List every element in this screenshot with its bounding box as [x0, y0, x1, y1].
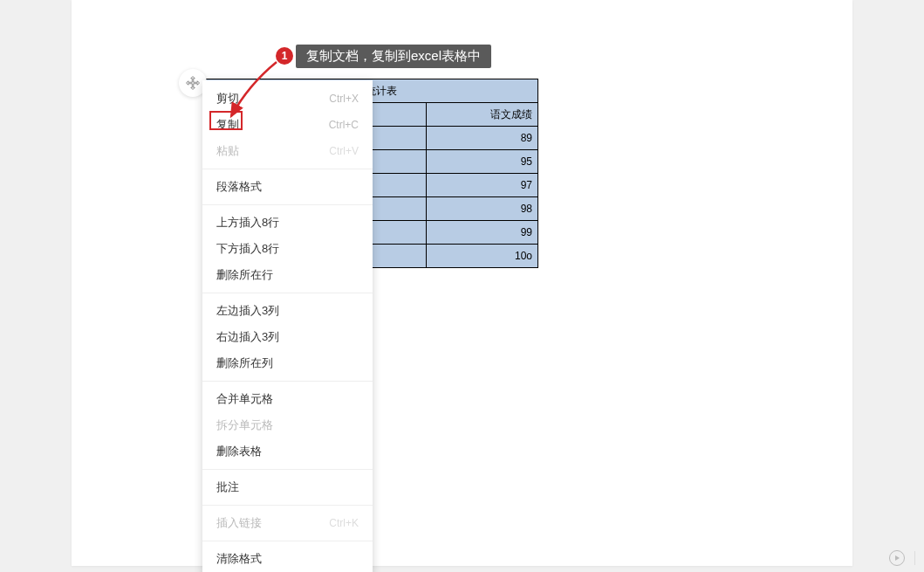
score-cell: 89 — [427, 127, 538, 150]
menu-item-split-cells[interactable]: 拆分单元格 — [202, 412, 373, 438]
score-cell: 10o — [427, 245, 538, 268]
menu-item-delete-row[interactable]: 删除所在行 — [202, 262, 373, 288]
menu-label: 剪切 — [216, 91, 239, 107]
menu-item-copy[interactable]: 复制 Ctrl+C — [202, 112, 373, 138]
menu-label: 删除所在行 — [216, 267, 273, 283]
move-icon — [185, 75, 201, 91]
menu-label: 右边插入3列 — [216, 329, 279, 345]
play-icon[interactable] — [889, 550, 905, 566]
column-header: 语文成绩 — [427, 103, 538, 127]
menu-label: 复制 — [216, 117, 239, 133]
menu-item-delete-col[interactable]: 删除所在列 — [202, 350, 373, 376]
menu-divider — [202, 381, 373, 382]
menu-item-insert-rows-above[interactable]: 上方插入8行 — [202, 210, 373, 236]
menu-item-insert-rows-below[interactable]: 下方插入8行 — [202, 236, 373, 262]
menu-divider — [202, 169, 373, 169]
menu-divider — [202, 204, 373, 205]
menu-label: 上方插入8行 — [216, 215, 279, 231]
menu-divider — [202, 469, 373, 470]
menu-label: 下方插入8行 — [216, 241, 279, 257]
menu-item-insert-link[interactable]: 插入链接 Ctrl+K — [202, 510, 373, 536]
context-menu: 剪切 Ctrl+X 复制 Ctrl+C 粘贴 Ctrl+V 段落格式 上方插入8… — [202, 80, 373, 572]
menu-item-cut[interactable]: 剪切 Ctrl+X — [202, 86, 373, 112]
menu-divider — [202, 541, 373, 541]
menu-shortcut: Ctrl+X — [329, 93, 359, 105]
menu-label: 粘贴 — [216, 143, 239, 159]
score-cell: 98 — [427, 197, 538, 221]
annotation-badge: 1 — [276, 47, 293, 65]
menu-shortcut: Ctrl+V — [329, 145, 359, 157]
menu-label: 段落格式 — [216, 179, 262, 195]
menu-item-paste[interactable]: 粘贴 Ctrl+V — [202, 138, 373, 164]
menu-label: 删除所在列 — [216, 355, 273, 371]
score-cell: 95 — [427, 150, 538, 174]
menu-label: 批注 — [216, 479, 239, 495]
menu-item-paragraph-format[interactable]: 段落格式 — [202, 174, 373, 200]
menu-shortcut: Ctrl+K — [329, 517, 359, 529]
menu-item-comment[interactable]: 批注 — [202, 474, 373, 500]
menu-item-insert-cols-right[interactable]: 右边插入3列 — [202, 324, 373, 350]
menu-item-delete-table[interactable]: 删除表格 — [202, 438, 373, 465]
menu-item-clear-format[interactable]: 清除格式 — [202, 546, 373, 572]
menu-label: 左边插入3列 — [216, 303, 279, 319]
menu-label: 插入链接 — [216, 515, 262, 531]
annotation-tooltip: 复制文档，复制到excel表格中 — [296, 45, 491, 68]
menu-divider — [202, 293, 373, 293]
menu-label: 删除表格 — [216, 444, 262, 459]
score-cell: 97 — [427, 174, 538, 197]
document-canvas[interactable]: 成绩统计表 语文成绩 89 95 97 98 99 10o 剪切 Ctrl+X … — [72, 0, 852, 566]
menu-label: 合并单元格 — [216, 391, 273, 407]
separator — [914, 551, 915, 565]
menu-label: 拆分单元格 — [216, 417, 273, 433]
score-cell: 99 — [427, 221, 538, 245]
menu-label: 清除格式 — [216, 551, 262, 567]
menu-item-merge-cells[interactable]: 合并单元格 — [202, 386, 373, 412]
menu-item-insert-cols-left[interactable]: 左边插入3列 — [202, 298, 373, 324]
menu-shortcut: Ctrl+C — [329, 119, 359, 131]
menu-divider — [202, 505, 373, 506]
